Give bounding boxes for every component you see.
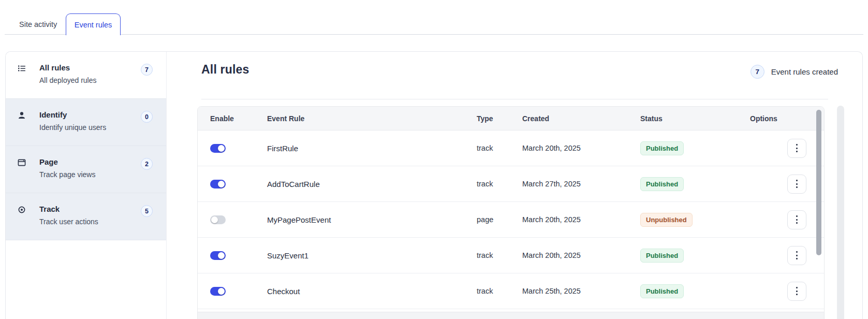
sidebar-item-track[interactable]: Track Track user actions 5 (6, 193, 166, 240)
event-rule-created: March 20th, 2025 (522, 251, 640, 259)
column-header-event-rule: Event Rule (267, 114, 477, 123)
kebab-dot (796, 258, 798, 259)
enable-toggle[interactable] (210, 144, 226, 153)
table-footer-bar (198, 312, 824, 319)
enable-cell (210, 215, 267, 224)
event-rule-name: SuzyEvent1 (267, 251, 477, 260)
options-kebab-button[interactable] (787, 139, 806, 158)
enable-cell (210, 287, 267, 296)
tab-event-rules-label: Event rules (75, 21, 112, 29)
kebab-dot (796, 255, 798, 256)
kebab-dot (796, 222, 798, 224)
enable-cell (210, 144, 267, 153)
sidebar-item-page[interactable]: Page Track page views 2 (6, 146, 166, 193)
page-scrollbar-thumb[interactable] (837, 106, 844, 319)
event-rule-name: FirstRule (267, 144, 477, 153)
kebab-dot (796, 186, 798, 188)
kebab-dot (796, 251, 798, 253)
table-scrollbar-thumb[interactable] (816, 110, 821, 255)
table-row: Checkout track March 25th, 2025 Publishe… (198, 273, 824, 309)
sidebar-item-subtitle: Track page views (39, 170, 95, 179)
list-icon (18, 64, 26, 72)
sidebar-item-title: Track (39, 205, 60, 213)
sidebar-item-title: All rules (39, 63, 70, 72)
options-kebab-button[interactable] (787, 210, 806, 229)
status-cell: Published (640, 249, 750, 263)
toggle-knob (218, 181, 225, 187)
event-rule-type: track (477, 287, 522, 295)
kebab-dot (796, 183, 798, 185)
tab-site-activity-label: Site activity (19, 20, 57, 28)
kebab-dot (796, 144, 798, 146)
kebab-dot (796, 215, 798, 217)
enable-toggle[interactable] (210, 287, 226, 296)
target-icon (18, 206, 26, 214)
kebab-dot (796, 151, 798, 152)
event-rule-created: March 20th, 2025 (522, 215, 640, 224)
header-divider (201, 99, 828, 99)
status-badge: Published (640, 249, 684, 263)
status-badge: Unpublished (640, 213, 693, 227)
status-cell: Unpublished (640, 213, 750, 227)
event-rule-created: March 20th, 2025 (522, 144, 640, 152)
kebab-dot (796, 219, 798, 221)
column-header-status: Status (640, 114, 750, 123)
kebab-dot (796, 291, 798, 292)
enable-toggle[interactable] (210, 180, 226, 189)
summary-count-badge: 7 (751, 65, 764, 79)
track-count-badge: 5 (141, 205, 153, 217)
sidebar-item-identify[interactable]: Identify Identify unique users 0 (6, 99, 166, 146)
options-kebab-button[interactable] (787, 246, 806, 265)
page-count-badge: 2 (141, 158, 153, 170)
sidebar-item-all-rules[interactable]: All rules All deployed rules 7 (6, 52, 166, 99)
toggle-knob (218, 145, 225, 152)
rules-summary: 7 Event rules created (751, 65, 838, 79)
sidebar-item-subtitle: Identify unique users (39, 123, 106, 132)
all-rules-count-badge: 7 (141, 64, 153, 76)
sidebar-item-title: Identify (39, 110, 67, 119)
sidebar-item-subtitle: All deployed rules (39, 76, 97, 84)
table-row: AddToCartRule track March 27th, 2025 Pub… (198, 166, 824, 202)
tab-event-rules[interactable]: Event rules (66, 13, 121, 35)
enable-cell (210, 251, 267, 260)
table-body: FirstRule track March 20th, 2025 Publish… (198, 130, 824, 309)
kebab-dot (796, 287, 798, 288)
options-kebab-button[interactable] (787, 282, 806, 301)
column-header-created: Created (522, 114, 640, 123)
toggle-knob (218, 252, 225, 259)
enable-cell (210, 180, 267, 189)
sidebar-item-subtitle: Track user actions (39, 218, 98, 226)
kebab-dot (796, 148, 798, 149)
status-badge: Published (640, 284, 684, 298)
options-kebab-button[interactable] (787, 175, 806, 194)
status-cell: Published (640, 284, 750, 298)
event-rule-name: AddToCartRule (267, 180, 477, 189)
page-title: All rules (201, 63, 249, 77)
options-cell (750, 175, 814, 194)
options-cell (750, 210, 814, 229)
column-header-type: Type (477, 114, 522, 123)
event-rule-created: March 27th, 2025 (522, 180, 640, 188)
status-cell: Published (640, 177, 750, 191)
status-cell: Published (640, 141, 750, 155)
person-icon (18, 111, 26, 120)
event-rule-type: track (477, 251, 522, 259)
event-rule-type: track (477, 180, 522, 188)
event-rule-created: March 25th, 2025 (522, 287, 640, 295)
tab-bar: Site activity Event rules (5, 13, 863, 35)
options-cell (750, 246, 814, 265)
status-badge: Published (640, 177, 684, 191)
event-rule-name: MyPagePostEvent (267, 215, 477, 224)
column-header-options: Options (750, 114, 814, 123)
event-rule-type: track (477, 144, 522, 152)
kebab-dot (796, 180, 798, 181)
table-row: SuzyEvent1 track March 20th, 2025 Publis… (198, 238, 824, 273)
table-row: FirstRule track March 20th, 2025 Publish… (198, 130, 824, 166)
enable-toggle[interactable] (210, 215, 226, 224)
toggle-knob (218, 288, 225, 295)
tab-site-activity[interactable]: Site activity (14, 13, 62, 35)
kebab-dot (796, 294, 798, 295)
status-badge: Published (640, 141, 684, 155)
enable-toggle[interactable] (210, 251, 226, 260)
event-rule-type: page (477, 215, 522, 224)
